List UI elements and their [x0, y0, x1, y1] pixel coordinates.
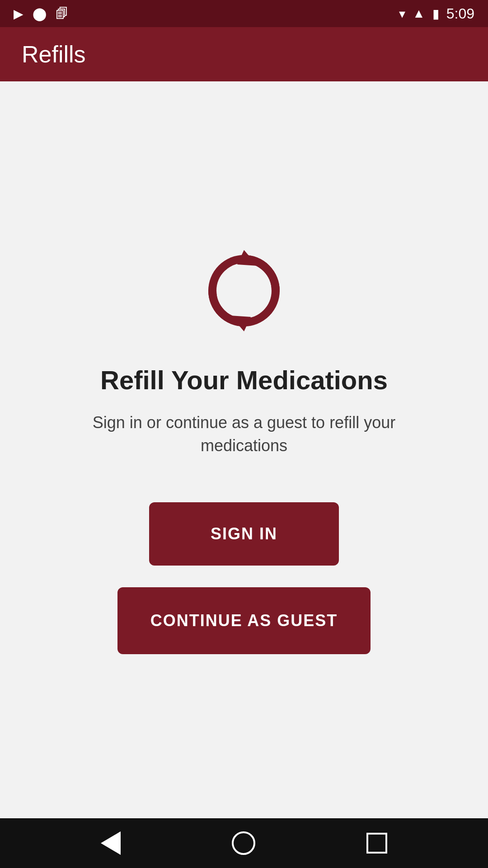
signal-icon: ▲: [413, 6, 425, 21]
home-icon: [232, 831, 255, 855]
continue-as-guest-button[interactable]: CONTINUE AS GUEST: [117, 587, 371, 654]
home-button[interactable]: [232, 831, 255, 855]
status-time: 5:09: [446, 5, 474, 22]
clipboard-icon: 🗐: [56, 6, 68, 21]
record-icon: ⬤: [33, 6, 47, 21]
status-bar: ▶ ⬤ 🗐 ▾ ▲ ▮ 5:09: [0, 0, 488, 27]
main-heading: Refill Your Medications: [100, 365, 388, 395]
bottom-nav: [0, 818, 488, 868]
sign-in-button[interactable]: SIGN IN: [149, 502, 339, 566]
refill-icon: [199, 245, 289, 336]
recents-button[interactable]: [366, 833, 387, 854]
app-bar: Refills: [0, 27, 488, 81]
main-subtext: Sign in or continue as a guest to refill…: [86, 411, 402, 457]
app-title: Refills: [22, 41, 86, 68]
play-icon: ▶: [14, 6, 23, 21]
wifi-icon: ▾: [399, 6, 405, 21]
battery-icon: ▮: [432, 6, 439, 21]
recents-icon: [366, 833, 387, 854]
refill-icon-container: [199, 245, 289, 338]
status-bar-right: ▾ ▲ ▮ 5:09: [399, 5, 474, 22]
back-icon: [101, 831, 121, 855]
status-bar-left: ▶ ⬤ 🗐: [14, 6, 68, 21]
main-content: Refill Your Medications Sign in or conti…: [0, 81, 488, 818]
back-button[interactable]: [101, 831, 121, 855]
